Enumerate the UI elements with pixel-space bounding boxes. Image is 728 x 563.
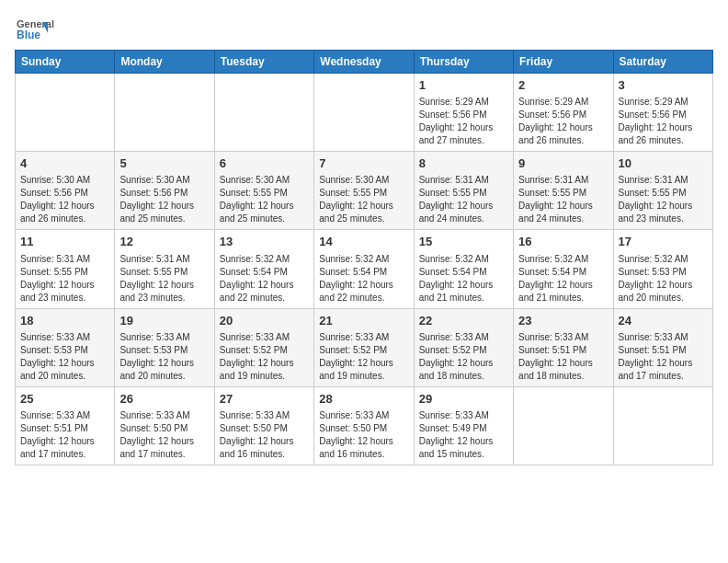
- calendar-week-row: 25Sunrise: 5:33 AM Sunset: 5:51 PM Dayli…: [16, 386, 713, 465]
- calendar-cell: 17Sunrise: 5:32 AM Sunset: 5:53 PM Dayli…: [613, 230, 712, 308]
- day-info: Sunrise: 5:30 AM Sunset: 5:56 PM Dayligh…: [119, 174, 209, 225]
- day-number: 1: [419, 77, 508, 94]
- calendar-cell: 8Sunrise: 5:31 AM Sunset: 5:55 PM Daylig…: [414, 152, 513, 230]
- day-info: Sunrise: 5:33 AM Sunset: 5:52 PM Dayligh…: [220, 331, 309, 383]
- day-number: 4: [20, 155, 109, 172]
- calendar-cell: [613, 386, 712, 465]
- day-info: Sunrise: 5:31 AM Sunset: 5:55 PM Dayligh…: [119, 253, 209, 304]
- day-info: Sunrise: 5:33 AM Sunset: 5:50 PM Dayligh…: [220, 409, 309, 461]
- calendar-cell: [16, 74, 115, 152]
- calendar-cell: 11Sunrise: 5:31 AM Sunset: 5:55 PM Dayli…: [16, 230, 115, 308]
- day-info: Sunrise: 5:30 AM Sunset: 5:56 PM Dayligh…: [20, 174, 109, 225]
- calendar-cell: 20Sunrise: 5:33 AM Sunset: 5:52 PM Dayli…: [214, 308, 313, 386]
- day-info: Sunrise: 5:32 AM Sunset: 5:54 PM Dayligh…: [419, 253, 508, 304]
- day-info: Sunrise: 5:32 AM Sunset: 5:54 PM Dayligh…: [220, 253, 309, 304]
- day-info: Sunrise: 5:29 AM Sunset: 5:56 PM Dayligh…: [419, 96, 508, 147]
- calendar-week-row: 4Sunrise: 5:30 AM Sunset: 5:56 PM Daylig…: [16, 152, 713, 230]
- calendar-cell: 4Sunrise: 5:30 AM Sunset: 5:56 PM Daylig…: [16, 152, 115, 230]
- calendar-cell: 24Sunrise: 5:33 AM Sunset: 5:51 PM Dayli…: [613, 308, 712, 386]
- day-info: Sunrise: 5:30 AM Sunset: 5:55 PM Dayligh…: [319, 174, 408, 225]
- calendar-week-row: 11Sunrise: 5:31 AM Sunset: 5:55 PM Dayli…: [16, 230, 713, 308]
- day-info: Sunrise: 5:33 AM Sunset: 5:49 PM Dayligh…: [419, 409, 508, 461]
- weekday-header-cell: Sunday: [16, 51, 115, 74]
- day-number: 19: [119, 313, 209, 329]
- day-info: Sunrise: 5:31 AM Sunset: 5:55 PM Dayligh…: [619, 174, 708, 225]
- calendar-cell: 6Sunrise: 5:30 AM Sunset: 5:55 PM Daylig…: [214, 152, 313, 230]
- day-number: 28: [319, 391, 408, 408]
- day-info: Sunrise: 5:33 AM Sunset: 5:51 PM Dayligh…: [518, 331, 608, 383]
- calendar-cell: 28Sunrise: 5:33 AM Sunset: 5:50 PM Dayli…: [314, 386, 414, 465]
- calendar-cell: 22Sunrise: 5:33 AM Sunset: 5:52 PM Dayli…: [414, 308, 513, 386]
- calendar-cell: 21Sunrise: 5:33 AM Sunset: 5:52 PM Dayli…: [314, 308, 414, 386]
- day-number: 13: [220, 234, 309, 250]
- day-info: Sunrise: 5:33 AM Sunset: 5:51 PM Dayligh…: [20, 409, 109, 461]
- logo-icon: General Blue: [15, 15, 79, 42]
- calendar-cell: 13Sunrise: 5:32 AM Sunset: 5:54 PM Dayli…: [214, 230, 313, 308]
- svg-text:Blue: Blue: [17, 29, 40, 41]
- calendar-cell: [214, 74, 313, 152]
- day-info: Sunrise: 5:31 AM Sunset: 5:55 PM Dayligh…: [20, 253, 109, 304]
- calendar-cell: 29Sunrise: 5:33 AM Sunset: 5:49 PM Dayli…: [414, 386, 513, 465]
- day-number: 25: [20, 391, 109, 408]
- day-number: 21: [319, 313, 408, 329]
- calendar-cell: 26Sunrise: 5:33 AM Sunset: 5:50 PM Dayli…: [115, 386, 214, 465]
- day-info: Sunrise: 5:33 AM Sunset: 5:50 PM Dayligh…: [319, 409, 408, 461]
- calendar-cell: 23Sunrise: 5:33 AM Sunset: 5:51 PM Dayli…: [514, 308, 613, 386]
- weekday-header-cell: Thursday: [414, 51, 513, 74]
- calendar-cell: 10Sunrise: 5:31 AM Sunset: 5:55 PM Dayli…: [613, 152, 712, 230]
- calendar-cell: 7Sunrise: 5:30 AM Sunset: 5:55 PM Daylig…: [314, 152, 414, 230]
- day-number: 2: [518, 77, 608, 94]
- calendar-cell: 19Sunrise: 5:33 AM Sunset: 5:53 PM Dayli…: [115, 308, 214, 386]
- day-number: 14: [319, 234, 408, 250]
- day-info: Sunrise: 5:30 AM Sunset: 5:55 PM Dayligh…: [220, 174, 309, 225]
- day-number: 8: [419, 155, 508, 172]
- calendar-cell: 12Sunrise: 5:31 AM Sunset: 5:55 PM Dayli…: [115, 230, 214, 308]
- calendar-cell: 5Sunrise: 5:30 AM Sunset: 5:56 PM Daylig…: [115, 152, 214, 230]
- day-info: Sunrise: 5:33 AM Sunset: 5:51 PM Dayligh…: [619, 331, 708, 383]
- day-number: 11: [20, 234, 109, 250]
- weekday-header-row: SundayMondayTuesdayWednesdayThursdayFrid…: [16, 51, 713, 74]
- day-info: Sunrise: 5:33 AM Sunset: 5:53 PM Dayligh…: [119, 331, 209, 383]
- calendar-cell: [314, 74, 414, 152]
- day-number: 3: [619, 77, 708, 94]
- calendar-table: SundayMondayTuesdayWednesdayThursdayFrid…: [15, 50, 713, 465]
- calendar-cell: 27Sunrise: 5:33 AM Sunset: 5:50 PM Dayli…: [214, 386, 313, 465]
- day-info: Sunrise: 5:29 AM Sunset: 5:56 PM Dayligh…: [619, 96, 708, 147]
- day-number: 27: [220, 391, 309, 408]
- day-number: 5: [119, 155, 209, 172]
- day-info: Sunrise: 5:32 AM Sunset: 5:54 PM Dayligh…: [518, 253, 608, 304]
- calendar-cell: 25Sunrise: 5:33 AM Sunset: 5:51 PM Dayli…: [16, 386, 115, 465]
- calendar-cell: 3Sunrise: 5:29 AM Sunset: 5:56 PM Daylig…: [613, 74, 712, 152]
- day-info: Sunrise: 5:31 AM Sunset: 5:55 PM Dayligh…: [518, 174, 608, 225]
- day-info: Sunrise: 5:33 AM Sunset: 5:52 PM Dayligh…: [319, 331, 408, 383]
- calendar-cell: 2Sunrise: 5:29 AM Sunset: 5:56 PM Daylig…: [514, 74, 613, 152]
- day-number: 7: [319, 155, 408, 172]
- weekday-header-cell: Monday: [115, 51, 214, 74]
- weekday-header-cell: Tuesday: [214, 51, 313, 74]
- day-info: Sunrise: 5:33 AM Sunset: 5:52 PM Dayligh…: [419, 331, 508, 383]
- calendar-cell: [115, 74, 214, 152]
- calendar-body: 1Sunrise: 5:29 AM Sunset: 5:56 PM Daylig…: [16, 74, 713, 465]
- day-info: Sunrise: 5:32 AM Sunset: 5:53 PM Dayligh…: [619, 253, 708, 304]
- page-header: General Blue: [15, 15, 713, 42]
- day-info: Sunrise: 5:29 AM Sunset: 5:56 PM Dayligh…: [518, 96, 608, 147]
- calendar-cell: 9Sunrise: 5:31 AM Sunset: 5:55 PM Daylig…: [514, 152, 613, 230]
- day-number: 24: [619, 313, 708, 329]
- calendar-cell: 18Sunrise: 5:33 AM Sunset: 5:53 PM Dayli…: [16, 308, 115, 386]
- day-number: 23: [518, 313, 608, 329]
- day-number: 29: [419, 391, 508, 408]
- calendar-week-row: 18Sunrise: 5:33 AM Sunset: 5:53 PM Dayli…: [16, 308, 713, 386]
- day-info: Sunrise: 5:32 AM Sunset: 5:54 PM Dayligh…: [319, 253, 408, 304]
- day-number: 9: [518, 155, 608, 172]
- day-number: 22: [419, 313, 508, 329]
- day-number: 10: [619, 155, 708, 172]
- day-info: Sunrise: 5:31 AM Sunset: 5:55 PM Dayligh…: [419, 174, 508, 225]
- weekday-header-cell: Wednesday: [314, 51, 414, 74]
- calendar-cell: 1Sunrise: 5:29 AM Sunset: 5:56 PM Daylig…: [414, 74, 513, 152]
- logo: General Blue: [15, 15, 83, 42]
- calendar-cell: [514, 386, 613, 465]
- calendar-week-row: 1Sunrise: 5:29 AM Sunset: 5:56 PM Daylig…: [16, 74, 713, 152]
- day-info: Sunrise: 5:33 AM Sunset: 5:53 PM Dayligh…: [20, 331, 109, 383]
- day-number: 20: [220, 313, 309, 329]
- calendar-cell: 15Sunrise: 5:32 AM Sunset: 5:54 PM Dayli…: [414, 230, 513, 308]
